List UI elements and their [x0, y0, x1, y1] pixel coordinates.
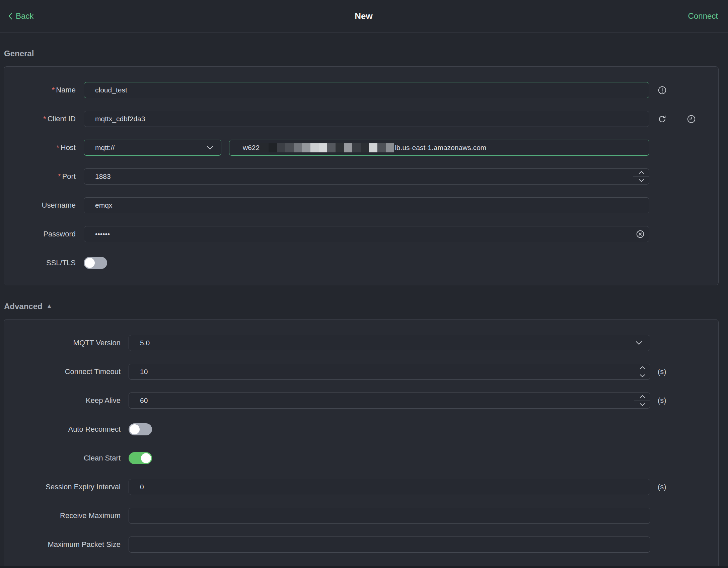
connect-timeout-input[interactable]: [129, 364, 650, 380]
seconds-unit: (s): [658, 396, 666, 405]
toggle-knob: [85, 258, 95, 268]
host-address-input[interactable]: w622 lb.us-east-1.amazonaws.com: [229, 140, 649, 156]
password-input[interactable]: [84, 226, 649, 242]
port-stepper: [633, 168, 649, 185]
port-input[interactable]: [84, 168, 649, 185]
stepper-up-button[interactable]: [633, 168, 649, 177]
client-id-row: *Client ID: [8, 111, 718, 127]
receive-maximum-input[interactable]: [129, 508, 650, 524]
toggle-knob: [130, 424, 140, 434]
keep-alive-row: Keep Alive (s): [8, 393, 718, 409]
keep-alive-input[interactable]: [129, 393, 650, 409]
history-clock-icon[interactable]: [687, 115, 696, 124]
toggle-knob: [141, 453, 151, 463]
connect-button[interactable]: Connect: [688, 11, 718, 21]
back-button[interactable]: Back: [7, 11, 33, 21]
chevron-down-icon: [206, 144, 214, 152]
maximum-packet-size-input[interactable]: [129, 537, 650, 553]
host-row: *Host mqtt:// w622 lb.us-east-1.amazonaw…: [8, 140, 718, 156]
maximum-packet-size-label: Maximum Packet Size: [8, 540, 121, 549]
general-section-heading: General: [4, 49, 728, 58]
general-card: *Name *Client ID: [4, 66, 719, 285]
username-input[interactable]: [84, 197, 649, 213]
receive-maximum-label: Receive Maximum: [8, 511, 121, 520]
window-bottom-edge: [0, 566, 728, 568]
clean-start-row: Clean Start: [8, 450, 718, 466]
page-title: New: [355, 11, 372, 21]
clean-start-label: Clean Start: [8, 454, 121, 463]
required-asterisk: *: [56, 143, 59, 152]
username-label: Username: [8, 201, 76, 210]
session-expiry-row: Session Expiry Interval (s): [8, 479, 718, 495]
refresh-icon[interactable]: [658, 115, 667, 124]
receive-maximum-row: Receive Maximum: [8, 508, 718, 524]
connect-timeout-stepper: [634, 364, 650, 380]
ssl-row: SSL/TLS: [8, 255, 718, 271]
name-label: *Name: [8, 86, 76, 94]
required-asterisk: *: [58, 172, 61, 181]
session-expiry-input[interactable]: [129, 479, 650, 495]
warning-circle-icon: [658, 86, 667, 95]
client-id-label: *Client ID: [8, 115, 76, 123]
port-row: *Port: [8, 168, 718, 185]
host-protocol-value: mqtt://: [95, 144, 115, 152]
host-protocol-select[interactable]: mqtt://: [84, 140, 221, 156]
ssl-toggle[interactable]: [84, 257, 107, 269]
name-input[interactable]: [84, 82, 649, 98]
seconds-unit: (s): [658, 367, 666, 376]
mqtt-version-select[interactable]: 5.0: [129, 335, 650, 351]
advanced-section-title: Advanced: [4, 302, 43, 311]
host-address-suffix: lb.us-east-1.amazonaws.com: [395, 144, 486, 152]
maximum-packet-size-row: Maximum Packet Size: [8, 537, 718, 553]
host-address-prefix: w622: [243, 144, 260, 152]
auto-reconnect-row: Auto Reconnect: [8, 421, 718, 437]
back-label: Back: [16, 11, 33, 21]
session-expiry-label: Session Expiry Interval: [8, 483, 121, 491]
mqtt-version-label: MQTT Version: [8, 339, 121, 347]
ssl-label: SSL/TLS: [8, 259, 76, 267]
auto-reconnect-label: Auto Reconnect: [8, 425, 121, 434]
client-id-input[interactable]: [84, 111, 649, 127]
stepper-down-button[interactable]: [634, 372, 650, 380]
stepper-down-button[interactable]: [633, 177, 649, 185]
keep-alive-label: Keep Alive: [8, 396, 121, 405]
chevron-left-icon: [7, 12, 13, 20]
advanced-section-heading[interactable]: Advanced ▲: [4, 302, 728, 311]
clear-circle-icon[interactable]: [636, 230, 645, 238]
collapse-triangle-icon: ▲: [47, 303, 52, 309]
top-bar: Back New Connect: [0, 0, 728, 32]
host-redacted: [260, 143, 394, 152]
advanced-card: MQTT Version 5.0 Connect Timeout: [4, 319, 719, 568]
password-row: Password: [8, 226, 718, 242]
port-label: *Port: [8, 172, 76, 181]
stepper-up-button[interactable]: [634, 393, 650, 401]
stepper-up-button[interactable]: [634, 364, 650, 372]
keep-alive-stepper: [634, 393, 650, 409]
mqtt-version-row: MQTT Version 5.0: [8, 335, 718, 351]
general-section-title: General: [4, 49, 34, 58]
stepper-down-button[interactable]: [634, 401, 650, 409]
clean-start-toggle[interactable]: [129, 452, 152, 464]
chevron-down-icon: [635, 339, 643, 347]
username-row: Username: [8, 197, 718, 213]
seconds-unit: (s): [658, 483, 666, 491]
required-asterisk: *: [43, 115, 46, 123]
required-asterisk: *: [52, 86, 55, 94]
mqtt-version-value: 5.0: [140, 339, 150, 347]
connect-timeout-row: Connect Timeout (s): [8, 364, 718, 380]
host-label: *Host: [8, 143, 76, 152]
auto-reconnect-toggle[interactable]: [129, 423, 152, 435]
name-row: *Name: [8, 82, 718, 98]
password-label: Password: [8, 230, 76, 238]
connect-timeout-label: Connect Timeout: [8, 367, 121, 376]
